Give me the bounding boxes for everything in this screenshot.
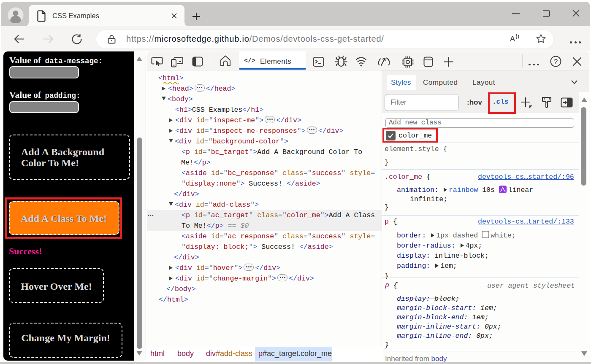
svg-text:?: ? — [554, 58, 558, 65]
